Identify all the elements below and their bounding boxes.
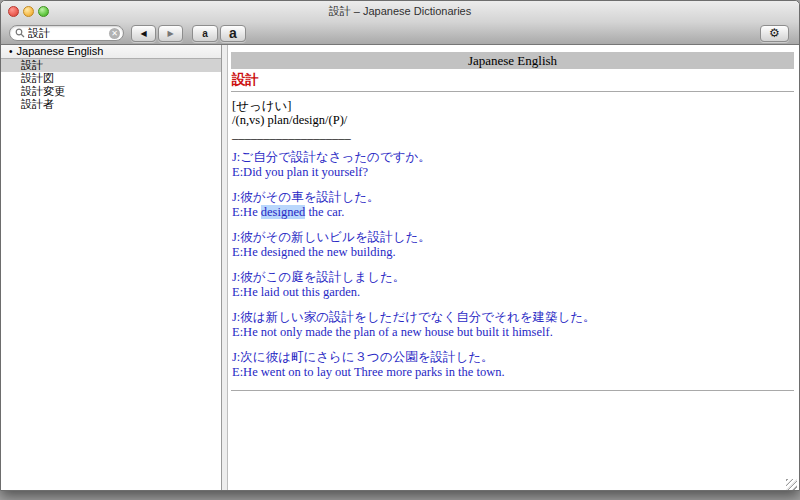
example-japanese: J:次に彼は町にさらに３つの公園を設計した。 [232,350,794,365]
settings-button[interactable]: ⚙ [760,25,789,42]
clear-search-icon[interactable]: ✕ [109,28,120,39]
entry-headword: 設計 [232,73,794,87]
example-japanese: J:彼がその新しいビルを設計した。 [232,230,794,245]
resize-grip[interactable] [786,479,797,490]
sidebar-item[interactable]: 設計者 [1,98,221,111]
results-sidebar: •Japanese English 設計設計図設計変更設計者 [1,45,222,491]
example-pair: J:彼は新しい家の設計をしただけでなく自分でそれを建築した。E:He not o… [232,310,794,340]
forward-button[interactable]: ▶ [158,25,183,42]
end-divider [231,390,794,391]
minimize-button[interactable] [23,6,34,17]
example-pair: J:次に彼は町にさらに３つの公園を設計した。E:He went on to la… [232,350,794,380]
dictionary-group-label: Japanese English [17,45,104,57]
example-english: E:He designed the new building. [232,245,794,260]
example-english: E:He not only made the plan of a new hou… [232,325,794,340]
zoom-button[interactable] [38,6,49,17]
toolbar: ✕ ◀ ▶ a a ⚙ [1,22,799,45]
sidebar-item[interactable]: 設計 [1,59,221,72]
search-icon [15,28,25,38]
back-button[interactable]: ◀ [131,25,156,42]
examples-separator: ___________________ [232,127,794,141]
decrease-font-button[interactable]: a [192,25,218,42]
entry-definition: /(n,vs) plan/design/(P)/ [232,113,794,127]
example-english: E:He went on to lay out Three more parks… [232,365,794,380]
example-japanese: J:彼は新しい家の設計をしただけでなく自分でそれを建築した。 [232,310,794,325]
example-japanese: J:ご自分で設計なさったのですか。 [232,150,794,165]
close-button[interactable] [8,6,19,17]
search-input[interactable] [28,27,109,39]
example-japanese: J:彼がこの庭を設計しました。 [232,270,794,285]
text-selection-highlight: designed [261,205,305,219]
examples-list: J:ご自分で設計なさったのですか。E:Did you plan it yours… [231,150,794,380]
gear-icon: ⚙ [769,26,780,40]
search-field[interactable]: ✕ [9,25,124,41]
window-controls [8,6,49,17]
title-bar[interactable]: 設計 – Japanese Dictionaries [1,1,799,22]
sidebar-item[interactable]: 設計変更 [1,85,221,98]
example-pair: J:ご自分で設計なさったのですか。E:Did you plan it yours… [232,150,794,180]
main-area: •Japanese English 設計設計図設計変更設計者 Japanese … [1,45,799,491]
dictionary-group-header[interactable]: •Japanese English [1,45,221,59]
example-pair: J:彼がその車を設計した。E:He designed the car. [232,190,794,220]
example-pair: J:彼がその新しいビルを設計した。E:He designed the new b… [232,230,794,260]
increase-font-button[interactable]: a [220,25,246,42]
bullet-icon: • [9,46,13,57]
example-english: E:He designed the car. [232,205,794,220]
window-title: 設計 – Japanese Dictionaries [329,5,471,17]
entry-content: Japanese English 設計 [せっけい] /(n,vs) plan/… [228,45,799,491]
example-english: E:Did you plan it yourself? [232,165,794,180]
sidebar-item[interactable]: 設計図 [1,72,221,85]
entry-reading: [せっけい] [232,99,794,113]
results-list: 設計設計図設計変更設計者 [1,59,221,111]
example-pair: J:彼がこの庭を設計しました。E:He laid out this garden… [232,270,794,300]
dictionary-name-header: Japanese English [231,52,794,69]
divider [231,91,794,92]
example-english: E:He laid out this garden. [232,285,794,300]
example-japanese: J:彼がその車を設計した。 [232,190,794,205]
app-window: 設計 – Japanese Dictionaries ✕ ◀ ▶ a a ⚙ •… [0,0,800,491]
